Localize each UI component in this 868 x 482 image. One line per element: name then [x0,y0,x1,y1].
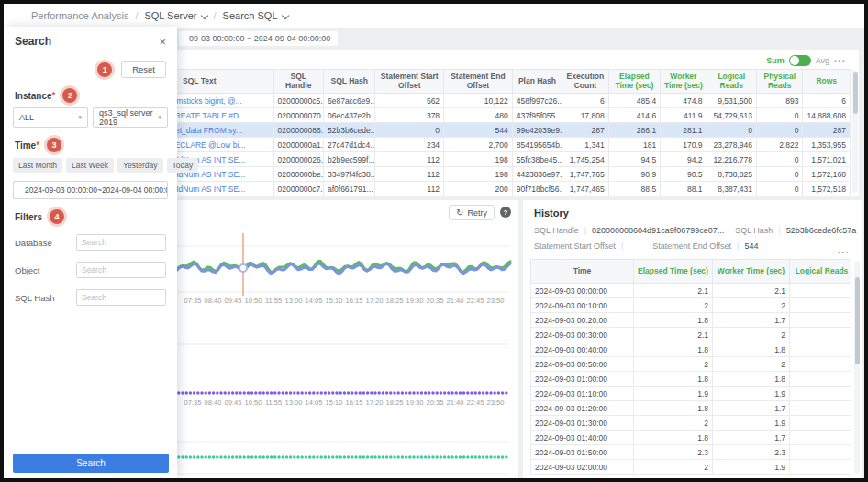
cell: 0 [757,108,803,123]
chevron-down-icon [281,12,288,19]
column-header[interactable]: Statement Start Offset [375,70,444,94]
cell: 1,747,465 [562,182,608,196]
history-row: 2024-09-03 01:30:0021.9 [531,416,852,431]
history-row: 2024-09-03 01:20:001.81.7 [531,401,852,416]
chevron-down-icon [200,12,207,19]
column-header[interactable]: Elapsed Time (sec) [608,70,660,94]
app-screen: Performance Analysis / SQL Server / Sear… [0,0,868,482]
results-scrollbar-thumb[interactable] [853,72,858,114]
cell: af0f661791... [323,182,374,196]
filters-label: Filters [15,212,42,222]
reset-button[interactable]: Reset [121,61,166,78]
cell: 2,700 [444,138,513,152]
x-axis-tick-label: 22:45 [467,398,484,407]
cell: 2.1 [634,284,713,298]
column-header[interactable]: Execution Count [562,70,608,94]
end-offset-label: Statement End Offset [652,241,731,251]
column-header[interactable]: SQL Handle [273,70,323,94]
cell: 1.8 [634,342,713,357]
cell: 0 [707,123,756,138]
close-icon[interactable]: × [159,36,166,48]
x-axis-tick-label: 16:15 [346,297,363,305]
cell [790,401,852,416]
history-scrollbar-thumb[interactable] [855,277,860,364]
x-axis-tick-label: 07:35 [184,398,202,407]
column-header[interactable]: Time [531,260,634,284]
history-row: 2024-09-03 00:50:0022 [531,357,852,372]
date-range-input[interactable]: 2024-09-03 00:00:00~2024-09-04 00:00:00 [13,181,168,199]
history-row: 2024-09-03 00:30:002.12 [531,328,852,342]
x-axis-tick-label: 23:50 [487,398,505,407]
column-header[interactable]: Rows [803,70,851,94]
quick-range-yesterday[interactable]: Yesterday [117,158,163,173]
x-axis-tick-label: 21:40 [447,398,464,407]
column-header[interactable]: Worker Time (sec) [661,70,707,94]
object-filter-input[interactable] [76,262,166,278]
step-badge-4: 4 [50,209,64,224]
cell: 02000000be... [273,167,323,182]
step-badge-3: 3 [47,138,61,152]
history-more-menu-icon[interactable]: ··· [838,248,850,258]
column-header[interactable]: Physical Reads [757,70,803,94]
cell: 27c47d1dc4... [323,138,374,152]
cell [790,460,852,475]
x-axis-tick-label: 16:15 [346,398,363,407]
more-menu-icon[interactable]: ··· [834,56,846,66]
column-header[interactable]: SQL Hash [323,70,374,94]
search-submit-button[interactable]: Search [13,454,169,473]
cell: 1.8 [713,342,790,357]
cell: 287 [803,123,851,138]
quick-range-today[interactable]: Today [167,158,199,173]
breadcrumb-item-performance-analysis[interactable]: Performance Analysis [31,10,128,21]
time-range-chip: -09-03 00:00:00 ~ 2024-09-04 00:00:00 [179,31,338,46]
column-header[interactable]: Statement End Offset [444,70,513,94]
cell: 1,745,254 [562,152,608,167]
x-axis-tick-label: 10:50 [245,297,262,305]
caret-down-icon: ▾ [78,114,82,121]
column-header[interactable]: Plan Hash [512,70,562,94]
aggregation-toggle-row: Sum Avg ··· [766,55,846,66]
sql-hash-filter-input[interactable] [76,289,166,306]
retry-button[interactable]: ↻ Retry [449,205,495,220]
database-filter-input[interactable] [76,234,166,251]
column-header[interactable]: Elapsed Time (sec) [634,260,713,284]
sum-avg-toggle[interactable] [789,55,811,66]
cell: 33497f4fc38... [323,167,374,182]
column-header[interactable]: Logical Reads [707,70,756,94]
search-panel: Search × 1 Reset Instance* 2 ALL ▾ qs3_s… [4,27,177,478]
quick-range-last-month[interactable]: Last Month [13,158,62,173]
cell: 1,353,955 [803,138,851,152]
breadcrumb-item-sql-server[interactable]: SQL Server [144,10,206,21]
cell: 1,571,021 [803,152,851,167]
x-axis-tick-label: 08:40 [205,398,222,407]
x-axis-tick-label: 15:10 [326,297,343,305]
cell [790,445,852,460]
cell: 181 [608,138,660,152]
cell: 9,531,500 [707,94,756,108]
cell: 234 [375,138,444,152]
sum-label: Sum [766,56,785,65]
cell: b2b9ec599f... [323,152,374,167]
breadcrumb-item-search-sql[interactable]: Search SQL [223,10,288,21]
x-axis-tick-label: 09:45 [225,398,242,407]
x-axis-tick-label: 14:05 [306,297,323,305]
history-row: 2024-09-03 01:40:001.81.7 [531,431,852,445]
cell: 281.1 [661,123,707,138]
x-axis-tick-label: 13:00 [285,297,303,305]
cell: 2,822 [757,138,803,152]
cell [790,416,852,431]
quick-range-last-week[interactable]: Last Week [66,158,114,173]
x-axis-tick-label: 19:30 [406,398,424,407]
cell: 112 [375,182,444,196]
instance-type-select[interactable]: ALL ▾ [13,107,88,128]
breadcrumb-separator: / [214,10,217,21]
help-icon[interactable]: ? [500,207,511,218]
column-header[interactable]: Worker Time (sec) [713,260,790,284]
history-scrollbar [854,261,860,474]
cell: 1.8 [634,313,713,328]
column-header[interactable]: Logical Reads [790,260,852,284]
cell: 90.5 [661,167,707,182]
object-filter-label: Object [15,265,39,275]
instance-select[interactable]: qs3_sql server 2019 ▾ [93,107,168,128]
cell: 2024-09-03 00:30:00 [531,328,634,342]
